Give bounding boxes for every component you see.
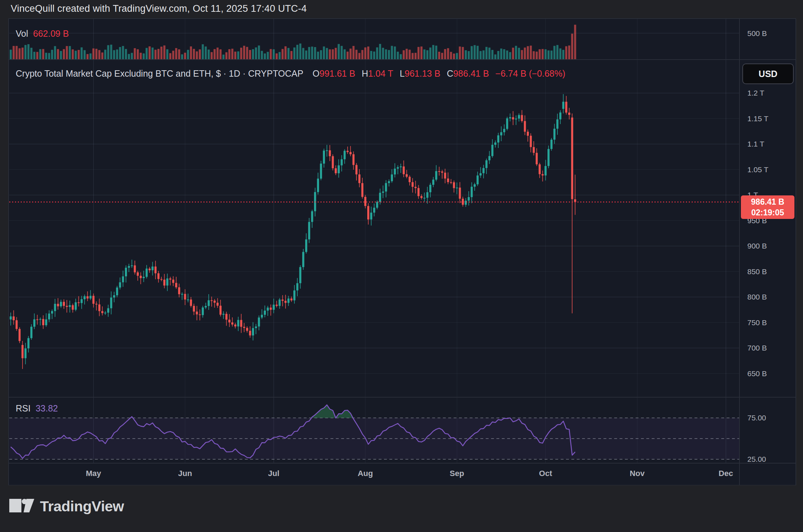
ohlc-low: L961.13 B: [400, 68, 447, 79]
tradingview-logo-icon: [9, 499, 34, 515]
ohlc-close: C986.41 B: [447, 68, 495, 79]
brand-name: TradingView: [40, 498, 124, 515]
rsi-level-label: 75.00: [747, 413, 766, 423]
ohlc-open: O991.61 B: [313, 68, 362, 79]
month-tick-label: Aug: [349, 469, 382, 478]
volume-legend: Vol 662.09 B: [16, 29, 69, 39]
candles: [10, 94, 576, 369]
tradingview-snapshot: VinceQuill created with TradingView.com,…: [0, 0, 803, 532]
ohlc-high: H1.04 T: [362, 68, 400, 79]
month-tick-label: Oct: [530, 469, 562, 478]
change-value: −6.74 B (−0.68%): [495, 68, 565, 79]
month-tick-label: Jun: [169, 469, 201, 478]
volume-legend-label: Vol: [16, 29, 28, 39]
rsi-legend-value: 33.82: [36, 403, 58, 414]
last-price-label: 986.41 B 02:19:05: [741, 195, 794, 219]
month-tick-label: Sep: [441, 469, 473, 478]
price-tick-label: 800 B: [747, 292, 767, 302]
rsi-legend: RSI 33.82: [16, 403, 58, 414]
month-tick-label: Jul: [258, 469, 290, 478]
volume-tick-label: 500 B: [747, 29, 767, 38]
price-tick-label: 850 B: [747, 267, 767, 276]
bar-countdown: 02:19:05: [741, 207, 794, 218]
price-tick-label: 650 B: [747, 369, 767, 378]
chart-canvas[interactable]: [0, 0, 803, 532]
last-price-value: 986.41 B: [741, 196, 794, 207]
volume-bars: [10, 25, 576, 59]
month-tick-label: Dec: [710, 469, 742, 478]
month-tick-label: Nov: [621, 469, 653, 478]
price-tick-label: 700 B: [747, 343, 767, 353]
footer-bar: TradingView: [0, 485, 803, 532]
time-axis[interactable]: MayJunJulAugSepOctNovDec: [9, 463, 739, 485]
price-tick-label: 1.1 T: [747, 139, 764, 149]
month-tick-label: May: [77, 469, 110, 478]
price-tick-label: 1.15 T: [747, 114, 768, 123]
rsi-legend-label: RSI: [16, 403, 31, 414]
price-axis[interactable]: 1.2 T1.15 T1.1 T1.05 T1 T950 B900 B850 B…: [739, 19, 796, 463]
price-tick-label: 1.05 T: [747, 165, 768, 174]
symbol-legend: Crypto Total Market Cap Excluding BTC an…: [16, 68, 565, 79]
price-tick-label: 750 B: [747, 318, 767, 327]
price-tick-label: 900 B: [747, 241, 767, 251]
rsi-level-label: 25.00: [747, 455, 766, 464]
price-tick-label: 1.2 T: [747, 88, 764, 98]
currency-toggle-button[interactable]: USD: [742, 63, 794, 84]
tradingview-brand: TradingView: [9, 498, 124, 515]
volume-legend-value: 662.09 B: [33, 29, 69, 39]
symbol-title: Crypto Total Market Cap Excluding BTC an…: [16, 68, 303, 79]
